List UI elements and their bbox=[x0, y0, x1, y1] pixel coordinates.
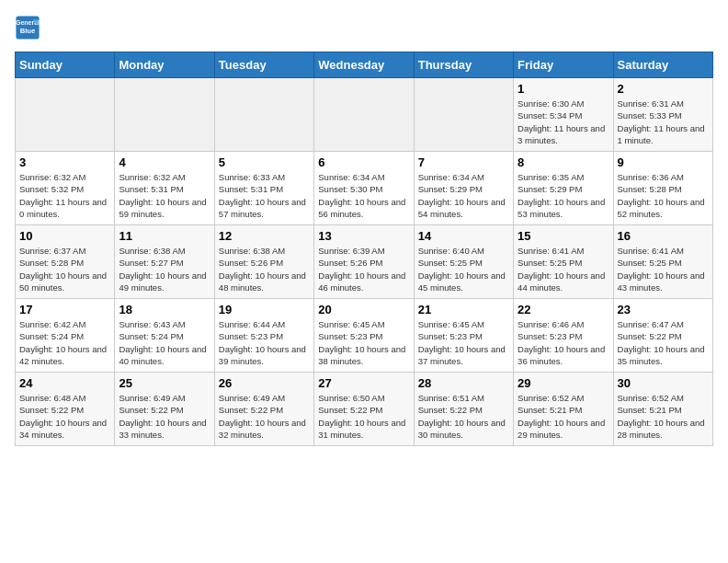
day-info: Sunrise: 6:35 AM Sunset: 5:29 PM Dayligh… bbox=[518, 171, 609, 220]
day-number: 1 bbox=[518, 82, 609, 96]
day-info: Sunrise: 6:32 AM Sunset: 5:32 PM Dayligh… bbox=[19, 171, 110, 220]
weekday-header-saturday: Saturday bbox=[613, 52, 712, 78]
calendar-cell: 3Sunrise: 6:32 AM Sunset: 5:32 PM Daylig… bbox=[16, 152, 115, 225]
top-row: General Blue bbox=[15, 15, 713, 44]
day-number: 24 bbox=[19, 376, 110, 390]
day-info: Sunrise: 6:41 AM Sunset: 5:25 PM Dayligh… bbox=[618, 245, 709, 293]
weekday-header-wednesday: Wednesday bbox=[314, 52, 414, 78]
day-info: Sunrise: 6:38 AM Sunset: 5:27 PM Dayligh… bbox=[119, 245, 210, 293]
calendar-cell: 16Sunrise: 6:41 AM Sunset: 5:25 PM Dayli… bbox=[613, 225, 712, 299]
day-info: Sunrise: 6:46 AM Sunset: 5:23 PM Dayligh… bbox=[518, 318, 609, 367]
day-number: 29 bbox=[518, 376, 609, 390]
calendar-week-row: 24Sunrise: 6:48 AM Sunset: 5:22 PM Dayli… bbox=[16, 373, 713, 446]
day-info: Sunrise: 6:44 AM Sunset: 5:23 PM Dayligh… bbox=[219, 318, 310, 367]
calendar-cell: 14Sunrise: 6:40 AM Sunset: 5:25 PM Dayli… bbox=[414, 225, 513, 299]
day-info: Sunrise: 6:48 AM Sunset: 5:22 PM Dayligh… bbox=[19, 392, 110, 441]
calendar-cell: 25Sunrise: 6:49 AM Sunset: 5:22 PM Dayli… bbox=[115, 373, 214, 446]
day-number: 11 bbox=[119, 229, 210, 243]
calendar-cell bbox=[16, 78, 115, 152]
calendar-cell: 21Sunrise: 6:45 AM Sunset: 5:23 PM Dayli… bbox=[414, 299, 513, 373]
day-info: Sunrise: 6:51 AM Sunset: 5:22 PM Dayligh… bbox=[418, 392, 509, 441]
day-number: 6 bbox=[318, 155, 409, 169]
logo: General Blue bbox=[15, 15, 44, 40]
calendar-cell: 26Sunrise: 6:49 AM Sunset: 5:22 PM Dayli… bbox=[214, 373, 313, 446]
day-number: 10 bbox=[19, 229, 110, 243]
calendar-cell: 20Sunrise: 6:45 AM Sunset: 5:23 PM Dayli… bbox=[314, 299, 414, 373]
calendar-cell bbox=[414, 78, 513, 152]
day-info: Sunrise: 6:52 AM Sunset: 5:21 PM Dayligh… bbox=[518, 392, 609, 441]
calendar-cell: 6Sunrise: 6:34 AM Sunset: 5:30 PM Daylig… bbox=[314, 152, 414, 225]
generalblue-logo-icon: General Blue bbox=[15, 15, 40, 40]
calendar-week-row: 1Sunrise: 6:30 AM Sunset: 5:34 PM Daylig… bbox=[16, 78, 713, 152]
calendar-cell: 22Sunrise: 6:46 AM Sunset: 5:23 PM Dayli… bbox=[514, 299, 613, 373]
day-number: 5 bbox=[219, 155, 310, 169]
calendar-cell bbox=[314, 78, 414, 152]
calendar-cell: 18Sunrise: 6:43 AM Sunset: 5:24 PM Dayli… bbox=[115, 299, 214, 373]
day-info: Sunrise: 6:39 AM Sunset: 5:26 PM Dayligh… bbox=[318, 245, 409, 293]
day-number: 3 bbox=[19, 155, 110, 169]
calendar-cell: 27Sunrise: 6:50 AM Sunset: 5:22 PM Dayli… bbox=[314, 373, 414, 446]
day-info: Sunrise: 6:30 AM Sunset: 5:34 PM Dayligh… bbox=[518, 98, 609, 146]
day-number: 22 bbox=[518, 303, 609, 316]
day-number: 9 bbox=[618, 155, 709, 169]
day-number: 12 bbox=[219, 229, 310, 243]
calendar-week-row: 3Sunrise: 6:32 AM Sunset: 5:32 PM Daylig… bbox=[16, 152, 713, 225]
day-number: 2 bbox=[618, 82, 709, 96]
day-number: 18 bbox=[119, 303, 210, 316]
calendar-cell: 19Sunrise: 6:44 AM Sunset: 5:23 PM Dayli… bbox=[214, 299, 313, 373]
day-number: 16 bbox=[618, 229, 709, 243]
day-number: 17 bbox=[19, 303, 110, 316]
weekday-header-row: SundayMondayTuesdayWednesdayThursdayFrid… bbox=[16, 52, 713, 78]
calendar-cell: 1Sunrise: 6:30 AM Sunset: 5:34 PM Daylig… bbox=[514, 78, 613, 152]
weekday-header-monday: Monday bbox=[115, 52, 214, 78]
calendar-cell: 9Sunrise: 6:36 AM Sunset: 5:28 PM Daylig… bbox=[613, 152, 712, 225]
weekday-header-sunday: Sunday bbox=[16, 52, 115, 78]
calendar-cell: 4Sunrise: 6:32 AM Sunset: 5:31 PM Daylig… bbox=[115, 152, 214, 225]
day-number: 26 bbox=[219, 376, 310, 390]
day-info: Sunrise: 6:34 AM Sunset: 5:29 PM Dayligh… bbox=[418, 171, 509, 220]
day-number: 13 bbox=[318, 229, 409, 243]
calendar-cell: 29Sunrise: 6:52 AM Sunset: 5:21 PM Dayli… bbox=[514, 373, 613, 446]
calendar-cell: 8Sunrise: 6:35 AM Sunset: 5:29 PM Daylig… bbox=[514, 152, 613, 225]
calendar-cell: 2Sunrise: 6:31 AM Sunset: 5:33 PM Daylig… bbox=[613, 78, 712, 152]
day-number: 14 bbox=[418, 229, 509, 243]
weekday-header-thursday: Thursday bbox=[414, 52, 513, 78]
day-number: 28 bbox=[418, 376, 509, 390]
day-info: Sunrise: 6:37 AM Sunset: 5:28 PM Dayligh… bbox=[19, 245, 110, 293]
day-number: 19 bbox=[219, 303, 310, 316]
calendar-cell: 28Sunrise: 6:51 AM Sunset: 5:22 PM Dayli… bbox=[414, 373, 513, 446]
day-number: 21 bbox=[418, 303, 509, 316]
day-info: Sunrise: 6:45 AM Sunset: 5:23 PM Dayligh… bbox=[418, 318, 509, 367]
day-info: Sunrise: 6:49 AM Sunset: 5:22 PM Dayligh… bbox=[119, 392, 210, 441]
calendar-cell: 5Sunrise: 6:33 AM Sunset: 5:31 PM Daylig… bbox=[214, 152, 313, 225]
day-info: Sunrise: 6:41 AM Sunset: 5:25 PM Dayligh… bbox=[518, 245, 609, 293]
calendar-cell bbox=[214, 78, 313, 152]
calendar-cell: 17Sunrise: 6:42 AM Sunset: 5:24 PM Dayli… bbox=[16, 299, 115, 373]
calendar-cell: 23Sunrise: 6:47 AM Sunset: 5:22 PM Dayli… bbox=[613, 299, 712, 373]
day-info: Sunrise: 6:34 AM Sunset: 5:30 PM Dayligh… bbox=[318, 171, 409, 220]
day-info: Sunrise: 6:36 AM Sunset: 5:28 PM Dayligh… bbox=[618, 171, 709, 220]
calendar-week-row: 10Sunrise: 6:37 AM Sunset: 5:28 PM Dayli… bbox=[16, 225, 713, 299]
day-info: Sunrise: 6:32 AM Sunset: 5:31 PM Dayligh… bbox=[119, 171, 210, 220]
day-info: Sunrise: 6:42 AM Sunset: 5:24 PM Dayligh… bbox=[19, 318, 110, 367]
day-info: Sunrise: 6:47 AM Sunset: 5:22 PM Dayligh… bbox=[618, 318, 709, 367]
calendar-cell: 24Sunrise: 6:48 AM Sunset: 5:22 PM Dayli… bbox=[16, 373, 115, 446]
calendar-table: SundayMondayTuesdayWednesdayThursdayFrid… bbox=[15, 52, 713, 446]
day-info: Sunrise: 6:52 AM Sunset: 5:21 PM Dayligh… bbox=[618, 392, 709, 441]
weekday-header-tuesday: Tuesday bbox=[214, 52, 313, 78]
calendar-cell bbox=[115, 78, 214, 152]
day-number: 27 bbox=[318, 376, 409, 390]
day-number: 23 bbox=[618, 303, 709, 316]
calendar-week-row: 17Sunrise: 6:42 AM Sunset: 5:24 PM Dayli… bbox=[16, 299, 713, 373]
svg-text:Blue: Blue bbox=[20, 27, 36, 35]
day-info: Sunrise: 6:31 AM Sunset: 5:33 PM Dayligh… bbox=[618, 98, 709, 146]
calendar-cell: 10Sunrise: 6:37 AM Sunset: 5:28 PM Dayli… bbox=[16, 225, 115, 299]
calendar-cell: 7Sunrise: 6:34 AM Sunset: 5:29 PM Daylig… bbox=[414, 152, 513, 225]
day-info: Sunrise: 6:33 AM Sunset: 5:31 PM Dayligh… bbox=[219, 171, 310, 220]
day-number: 8 bbox=[518, 155, 609, 169]
day-info: Sunrise: 6:40 AM Sunset: 5:25 PM Dayligh… bbox=[418, 245, 509, 293]
day-info: Sunrise: 6:45 AM Sunset: 5:23 PM Dayligh… bbox=[318, 318, 409, 367]
day-number: 20 bbox=[318, 303, 409, 316]
day-info: Sunrise: 6:50 AM Sunset: 5:22 PM Dayligh… bbox=[318, 392, 409, 441]
day-number: 25 bbox=[119, 376, 210, 390]
